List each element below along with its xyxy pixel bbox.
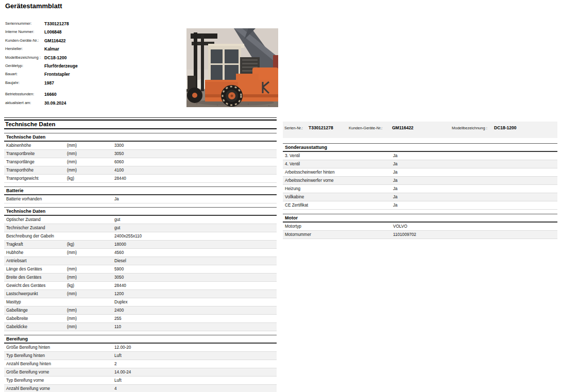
table-row: Transportbreite (mm) 3050 <box>4 150 277 158</box>
row-value: 18000 <box>114 241 277 248</box>
table-row: 4. Ventil Ja <box>283 160 557 168</box>
table-row: Batterie vorhanden Ja <box>4 195 277 203</box>
table-rows: Größe Bereifung hinten 12.00-20 Typ Bere… <box>4 344 277 392</box>
row-unit: (mm) <box>67 290 114 298</box>
row-unit <box>67 352 114 360</box>
row-label: Größe Bereifung vorne <box>4 368 67 376</box>
row-label: Antriebsart <box>4 257 67 265</box>
field-label: Hersteller: <box>5 46 44 52</box>
header-field-row: Betriebsstunden: 16660 <box>5 91 175 99</box>
field-value: Frontstapler <box>44 71 70 77</box>
row-label: 4. Ventil <box>283 160 346 168</box>
row-label: Gabeldicke <box>4 323 67 331</box>
table-row: Heizung Ja <box>283 185 557 193</box>
row-label: Länge des Gerätes <box>4 265 67 273</box>
field-value: GM116422 <box>392 126 414 130</box>
row-value: 3050 <box>114 274 277 281</box>
row-value: 5900 <box>114 265 277 273</box>
table-row: Tragkraft (kg) 18000 <box>4 241 277 249</box>
page-title: Gerätestammblatt <box>5 2 62 10</box>
row-label: Masttyp <box>4 298 67 306</box>
header-divider-rule <box>4 117 277 118</box>
row-unit: (mm) <box>67 166 114 174</box>
row-unit <box>346 152 393 160</box>
row-unit <box>67 224 114 232</box>
row-value: Luft <box>114 377 277 384</box>
row-label: Motornummer <box>283 231 346 238</box>
row-label: Gabellänge <box>4 306 67 314</box>
data-table: Bereifung Größe Bereifung hinten 12.00-2… <box>4 335 277 392</box>
row-value: 4100 <box>114 166 277 174</box>
row-unit <box>346 185 393 193</box>
table-row: Optischer Zustand gut <box>4 216 277 224</box>
table-row: Arbeitsscheinwerfer vorne Ja <box>283 177 557 185</box>
row-value: Diesel <box>114 257 277 265</box>
field-value: 1987 <box>44 80 54 86</box>
row-unit <box>67 195 114 203</box>
row-value: VOLVO <box>393 223 557 230</box>
field-value: DC18-1200 <box>44 55 66 60</box>
row-unit <box>67 298 114 306</box>
row-value: 2400 <box>114 306 277 314</box>
header-field-row: Baujahr: 1987 <box>5 80 175 88</box>
header-field-row: Modellbezeichnung : DC18-1200 <box>5 55 175 63</box>
geraetestammblatt-page: Gerätestammblatt Seriennummer: T33012127… <box>0 0 561 392</box>
field-value: DC18-1200 <box>494 126 516 130</box>
info-bar-field: Kunden-Geräte-Nr.: GM116422 <box>349 122 414 130</box>
header-field-row: aktualisiert am: 30.09.2024 <box>5 100 175 108</box>
table-heading: Motor <box>283 214 557 223</box>
section-title: Technische Daten <box>4 120 277 129</box>
table-row: Größe Bereifung hinten 12.00-20 <box>4 344 277 352</box>
row-value: Ja <box>393 177 557 184</box>
table-rows: Kabinenhöhe (mm) 3300 Transportbreite (m… <box>4 142 277 183</box>
field-label: Betriebsstunden: <box>5 91 44 97</box>
row-unit <box>346 231 393 238</box>
row-label: Gabelbreite <box>4 315 67 322</box>
row-value: 110 <box>114 323 277 331</box>
row-unit: (kg) <box>67 175 114 182</box>
table-heading: Technische Daten <box>4 133 277 142</box>
row-label: Vollkabine <box>283 193 346 201</box>
table-row: Arbeitsscheinwerfer hinten Ja <box>283 168 557 177</box>
row-label: Typ Bereifung hinten <box>4 352 67 360</box>
table-row: Anzahl Bereifung hinten 2 <box>4 360 277 368</box>
row-value: Ja <box>393 152 557 160</box>
row-unit: (mm) <box>67 306 114 314</box>
header-field-row: Hersteller: Kalmar <box>5 46 175 54</box>
row-label: Kabinenhöhe <box>4 142 67 149</box>
table-row: Motortyp VOLVO <box>283 223 557 231</box>
row-label: Arbeitsscheinwerfer hinten <box>283 168 346 176</box>
header-field-row: Gerätetyp: Flurförderzeuge <box>5 63 175 71</box>
table-row: Vollkabine Ja <box>283 193 557 201</box>
row-unit <box>346 201 393 209</box>
row-value: 6060 <box>114 158 277 166</box>
field-label: Interne Nummer: <box>5 29 44 35</box>
field-label: Modellbezeichnung : <box>452 126 490 130</box>
table-row: 3. Ventil Ja <box>283 152 557 160</box>
field-value: T330121278 <box>44 21 69 26</box>
row-unit <box>67 257 114 265</box>
row-unit: (mm) <box>67 323 114 331</box>
field-label: Kunden-Geräte-Nr.: <box>349 126 392 130</box>
table-row: Hubhöhe (mm) 4560 <box>4 249 277 257</box>
field-value: GM116422 <box>44 38 66 43</box>
field-value: T330121278 <box>309 126 333 130</box>
row-unit: (mm) <box>67 158 114 166</box>
row-label: Anzahl Bereifung vorne <box>4 385 67 392</box>
right-tables: Sonderausstattung 3. Ventil Ja 4. Ventil… <box>283 143 557 239</box>
row-value: 12.00-20 <box>114 344 277 351</box>
row-label: Beschreibung der Gabeln <box>4 232 67 240</box>
data-table: Motor Motortyp VOLVO Motornummer 1101009… <box>283 214 557 239</box>
row-label: CE Zertifikat <box>283 201 346 209</box>
row-label: Tragkraft <box>4 241 67 248</box>
row-value: 4560 <box>114 249 277 257</box>
row-value: Ja <box>114 195 277 203</box>
data-table: Sonderausstattung 3. Ventil Ja 4. Ventil… <box>283 143 557 210</box>
row-unit <box>67 360 114 368</box>
field-label: aktualisiert am: <box>5 100 44 106</box>
row-unit: (kg) <box>67 282 114 289</box>
row-value: 3050 <box>114 150 277 158</box>
table-row: Breite des Gerätes (mm) 3050 <box>4 274 277 282</box>
table-row: Beschreibung der Gabeln 2400x255x110 <box>4 232 277 241</box>
row-unit: (mm) <box>67 274 114 281</box>
